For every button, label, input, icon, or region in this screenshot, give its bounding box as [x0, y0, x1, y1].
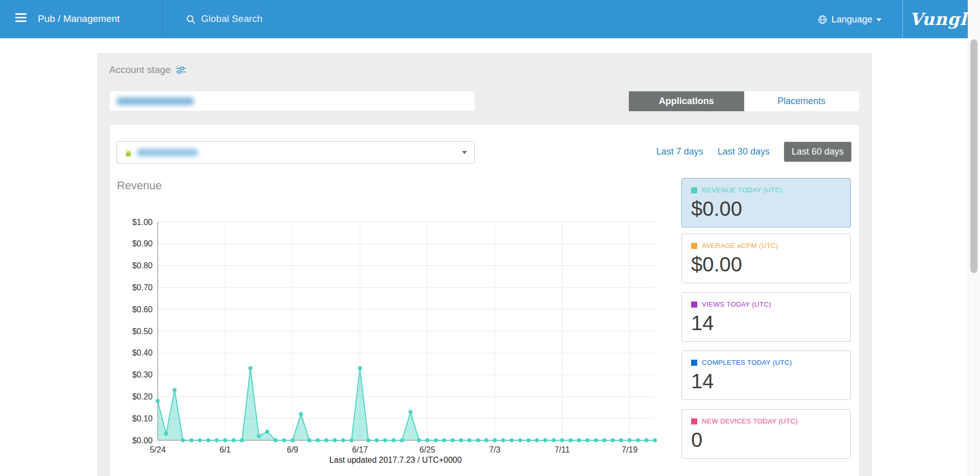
- svg-text:$0.00: $0.00: [132, 436, 153, 445]
- search-icon: [186, 14, 196, 24]
- legend-square-new-devices: [691, 418, 697, 424]
- stat-value: $0.00: [691, 198, 841, 219]
- sliders-icon[interactable]: [176, 66, 186, 74]
- svg-text:7/11: 7/11: [554, 445, 570, 454]
- tab-applications[interactable]: Applications: [629, 91, 744, 111]
- svg-text:5/24: 5/24: [150, 445, 165, 454]
- stat-value: 14: [691, 312, 841, 334]
- svg-text:$0.10: $0.10: [132, 414, 153, 423]
- menu-icon[interactable]: [15, 13, 28, 24]
- stat-label: REVENUE TODAY (UTC): [702, 186, 782, 194]
- svg-text:6/1: 6/1: [219, 445, 231, 454]
- stat-card-new-devices-today[interactable]: NEW DEVICES TODAY (UTC) 0: [681, 409, 851, 459]
- scrollbar-track[interactable]: [968, 0, 980, 476]
- stat-value: 14: [691, 370, 841, 392]
- account-stage-panel: Account stage Applications Placements: [97, 53, 872, 476]
- caret-down-icon: [876, 18, 881, 21]
- account-stage-header: Account stage: [109, 64, 186, 76]
- page: Pub / Management Language Vungle Account…: [0, 0, 980, 476]
- range-last-7-days[interactable]: Last 7 days: [656, 146, 703, 157]
- svg-text:$0.50: $0.50: [132, 327, 153, 336]
- stat-card-revenue-today[interactable]: REVENUE TODAY (UTC) $0.00: [681, 178, 851, 228]
- svg-text:$1.00: $1.00: [132, 218, 153, 227]
- date-range-selector: Last 7 days Last 30 days Last 60 days: [656, 142, 851, 162]
- svg-text:$0.70: $0.70: [132, 283, 153, 292]
- stat-card-average-ecpm[interactable]: AVERAGE eCPM (UTC) $0.00: [681, 234, 851, 283]
- stat-label: COMPLETES TODAY (UTC): [702, 359, 792, 366]
- stat-label: NEW DEVICES TODAY (UTC): [702, 417, 798, 425]
- topbar-divider-right: [902, 0, 903, 38]
- topbar-divider: [162, 0, 163, 38]
- vungle-logo: Vungle: [910, 9, 968, 29]
- topbar: Pub / Management Language Vungle: [0, 0, 968, 38]
- svg-text:6/9: 6/9: [287, 445, 298, 454]
- svg-text:$0.30: $0.30: [132, 370, 153, 379]
- stat-value: 0: [691, 429, 841, 450]
- account-selector-input[interactable]: [110, 91, 475, 111]
- application-dropdown[interactable]: [116, 141, 475, 164]
- svg-text:$0.80: $0.80: [132, 261, 153, 270]
- legend-square-revenue: [691, 187, 697, 193]
- legend-square-ecpm: [691, 243, 697, 249]
- legend-square-views: [691, 302, 697, 308]
- legend-square-completes: [691, 360, 697, 366]
- stat-card-views-today[interactable]: VIEWS TODAY (UTC) 14: [681, 292, 851, 342]
- last-updated-text: Last updated 2017.7.23 / UTC+0000: [110, 456, 681, 465]
- svg-text:$0.90: $0.90: [132, 239, 153, 248]
- stat-label: AVERAGE eCPM (UTC): [702, 242, 778, 249]
- svg-text:$0.60: $0.60: [132, 305, 153, 314]
- globe-icon: [818, 15, 827, 24]
- page-title: Pub / Management: [38, 13, 120, 24]
- language-label: Language: [831, 14, 872, 25]
- stat-label: VIEWS TODAY (UTC): [702, 300, 771, 308]
- language-menu[interactable]: Language: [818, 12, 881, 27]
- svg-text:$0.40: $0.40: [132, 348, 153, 357]
- view-tabs: Applications Placements: [629, 91, 859, 111]
- redacted-app-name: [137, 149, 198, 156]
- tab-placements[interactable]: Placements: [744, 91, 860, 111]
- svg-text:7/3: 7/3: [489, 445, 500, 454]
- revenue-chart: $0.00$0.10$0.20$0.30$0.40$0.50$0.60$0.70…: [110, 214, 681, 459]
- stat-card-completes-today[interactable]: COMPLETES TODAY (UTC) 14: [681, 350, 851, 400]
- svg-text:7/19: 7/19: [622, 445, 638, 454]
- android-icon: [124, 148, 133, 157]
- account-stage-label: Account stage: [109, 64, 170, 76]
- redacted-account-name: [117, 97, 193, 105]
- chart-title: Revenue: [117, 179, 162, 192]
- range-last-60-days[interactable]: Last 60 days: [784, 142, 851, 162]
- stat-value: $0.00: [691, 254, 841, 275]
- chevron-down-icon: [462, 151, 467, 154]
- svg-text:$0.20: $0.20: [132, 392, 153, 401]
- svg-text:6/25: 6/25: [420, 445, 435, 454]
- scrollbar-thumb[interactable]: [970, 39, 977, 273]
- svg-text:6/17: 6/17: [352, 445, 368, 454]
- dashboard-card: Last 7 days Last 30 days Last 60 days Re…: [110, 125, 859, 476]
- range-last-30-days[interactable]: Last 30 days: [718, 146, 770, 157]
- global-search-input[interactable]: [201, 11, 364, 27]
